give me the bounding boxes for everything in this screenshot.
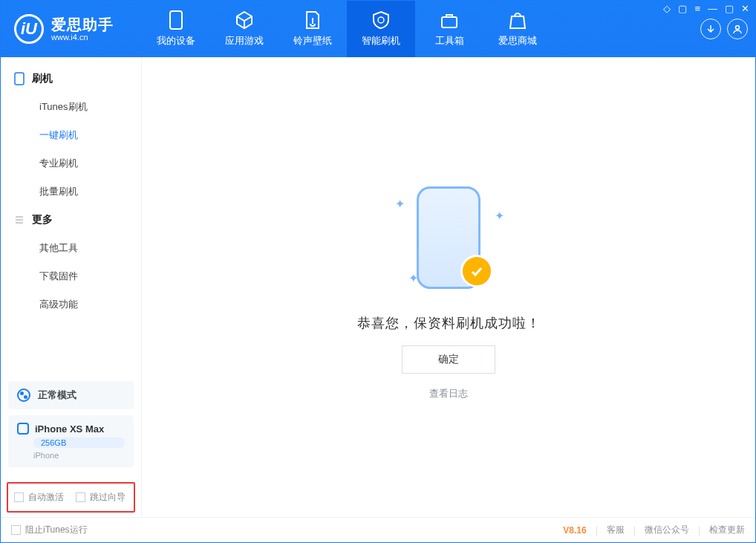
sidebar-item-batch-flash[interactable]: 批量刷机 <box>1 178 141 206</box>
main-tabs: 我的设备 应用游戏 铃声壁纸 智能刷机 工具箱 爱思商城 <box>142 1 700 57</box>
tab-toolbox[interactable]: 工具箱 <box>415 1 483 57</box>
device-card[interactable]: iPhone XS Max 256GB iPhone <box>8 415 134 467</box>
section-title: 刷机 <box>32 72 53 85</box>
success-message: 恭喜您，保资料刷机成功啦！ <box>357 314 541 332</box>
shield-refresh-icon <box>371 10 391 30</box>
menu-icon[interactable]: ≡ <box>694 3 700 14</box>
sidebar: 刷机 iTunes刷机 一键刷机 专业刷机 批量刷机 更多 其他工具 下载固件 … <box>1 57 142 517</box>
settings-icon[interactable]: ▢ <box>678 3 687 14</box>
success-graphic: ✦ ✦ ✦ <box>382 175 515 301</box>
toolbox-icon <box>440 10 459 30</box>
body: 刷机 iTunes刷机 一键刷机 专业刷机 批量刷机 更多 其他工具 下载固件 … <box>1 57 755 517</box>
separator: | <box>698 525 700 536</box>
sidebar-item-advanced[interactable]: 高级功能 <box>1 290 141 319</box>
mode-icon <box>17 388 30 402</box>
checkbox-icon <box>76 492 85 502</box>
sidebar-item-itunes-flash[interactable]: iTunes刷机 <box>1 93 141 121</box>
sidebar-section-more: 更多 <box>1 206 141 234</box>
app-window: ◇ ▢ ≡ — ▢ ✕ iU 爱思助手 www.i4.cn 我的设备 应用游戏 <box>0 0 756 543</box>
checkbox-label: 自动激活 <box>28 491 64 504</box>
sparkle-icon: ✦ <box>408 271 416 279</box>
close-button[interactable]: ✕ <box>741 3 749 14</box>
brand-name: 爱思助手 <box>51 16 114 33</box>
checkbox-label: 阻止iTunes运行 <box>25 524 88 536</box>
phone-icon <box>14 72 25 85</box>
statusbar: 阻止iTunes运行 V8.16 | 客服 | 微信公众号 | 检查更新 <box>1 517 755 542</box>
tab-ringtones[interactable]: 铃声壁纸 <box>278 1 347 57</box>
download-button[interactable] <box>700 19 721 39</box>
window-controls: ◇ ▢ ≡ — ▢ ✕ <box>663 3 749 14</box>
tab-my-device[interactable]: 我的设备 <box>142 1 210 57</box>
version-label: V8.16 <box>563 525 586 536</box>
section-title: 更多 <box>32 213 53 227</box>
flash-options: 自动激活 跳过向导 <box>7 482 135 513</box>
tab-label: 应用游戏 <box>225 34 264 48</box>
checkbox-skip-guide[interactable]: 跳过向导 <box>76 491 126 504</box>
maximize-button[interactable]: ▢ <box>725 3 734 14</box>
tab-apps-games[interactable]: 应用游戏 <box>210 1 278 57</box>
tab-label: 我的设备 <box>157 34 195 48</box>
tab-label: 爱思商城 <box>498 34 537 48</box>
sidebar-item-other-tools[interactable]: 其他工具 <box>1 234 141 262</box>
brand-logo-icon: iU <box>14 14 44 44</box>
phone-icon <box>166 10 186 30</box>
checkbox-label: 跳过向导 <box>90 491 126 504</box>
sidebar-item-pro-flash[interactable]: 专业刷机 <box>1 149 141 178</box>
download-icon <box>706 24 716 34</box>
ok-button[interactable]: 确定 <box>402 345 495 374</box>
tab-store[interactable]: 爱思商城 <box>483 1 552 57</box>
checkbox-icon <box>14 492 24 502</box>
bag-icon <box>508 10 527 30</box>
theme-icon[interactable]: ◇ <box>663 3 671 14</box>
svg-point-2 <box>736 26 740 30</box>
user-button[interactable] <box>727 19 748 39</box>
separator: | <box>596 525 598 536</box>
tab-smart-flash[interactable]: 智能刷机 <box>347 1 415 57</box>
user-icon <box>732 24 743 34</box>
minimize-button[interactable]: — <box>708 3 717 14</box>
status-link-update[interactable]: 检查更新 <box>709 524 745 536</box>
brand: iU 爱思助手 www.i4.cn <box>1 1 142 57</box>
sidebar-section-flash: 刷机 <box>1 65 141 93</box>
separator: | <box>633 525 636 536</box>
checkbox-block-itunes[interactable]: 阻止iTunes运行 <box>11 524 88 536</box>
success-badge-icon <box>460 255 493 287</box>
main-content: ✦ ✦ ✦ 恭喜您，保资料刷机成功啦！ 确定 查看日志 <box>142 57 755 517</box>
device-icon <box>17 423 29 435</box>
checkbox-icon <box>11 525 21 535</box>
sparkle-icon: ✦ <box>495 209 502 216</box>
mode-label: 正常模式 <box>38 388 76 402</box>
tab-label: 智能刷机 <box>362 34 400 48</box>
cube-icon <box>235 10 254 30</box>
sidebar-item-download-firmware[interactable]: 下载固件 <box>1 262 141 290</box>
status-link-support[interactable]: 客服 <box>607 524 625 536</box>
sparkle-icon: ✦ <box>395 197 403 204</box>
device-capacity: 256GB <box>33 438 125 448</box>
sidebar-bottom: 正常模式 iPhone XS Max 256GB iPhone <box>1 369 141 473</box>
list-icon <box>14 215 25 225</box>
device-type: iPhone <box>33 451 125 460</box>
sidebar-item-oneclick-flash[interactable]: 一键刷机 <box>1 121 141 149</box>
brand-url: www.i4.cn <box>51 33 114 42</box>
view-log-link[interactable]: 查看日志 <box>429 387 468 400</box>
music-file-icon <box>303 10 322 30</box>
status-link-wechat[interactable]: 微信公众号 <box>645 524 689 536</box>
checkbox-auto-activate[interactable]: 自动激活 <box>14 491 64 504</box>
device-name: iPhone XS Max <box>35 423 104 435</box>
svg-rect-1 <box>442 17 457 27</box>
mode-card[interactable]: 正常模式 <box>8 381 134 409</box>
svg-rect-3 <box>15 73 24 85</box>
tab-label: 铃声壁纸 <box>293 34 332 48</box>
sidebar-nav: 刷机 iTunes刷机 一键刷机 专业刷机 批量刷机 更多 其他工具 下载固件 … <box>1 57 141 369</box>
titlebar: iU 爱思助手 www.i4.cn 我的设备 应用游戏 铃声壁纸 智能刷机 <box>1 1 755 57</box>
svg-rect-0 <box>170 11 182 29</box>
tab-label: 工具箱 <box>435 34 464 48</box>
